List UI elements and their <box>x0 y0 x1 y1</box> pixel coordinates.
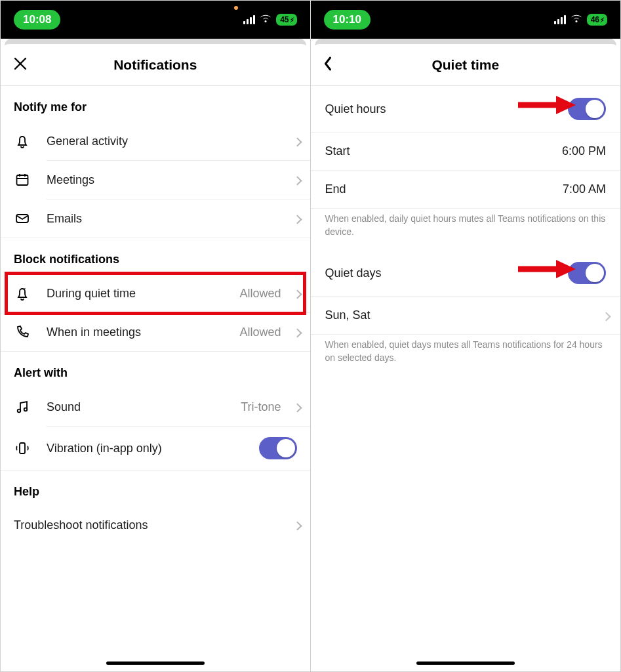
wifi-icon <box>570 14 583 26</box>
page-title: Quiet time <box>431 57 499 73</box>
row-label: End <box>325 182 346 196</box>
row-end-time[interactable]: End 7:00 AM <box>311 171 621 208</box>
chevron-left-icon <box>323 56 332 72</box>
svg-point-3 <box>18 410 21 413</box>
row-vibration[interactable]: Vibration (in-app only) <box>1 427 310 470</box>
status-right: 46⚡︎ <box>554 14 607 26</box>
back-button[interactable] <box>323 56 332 74</box>
row-label: Quiet hours <box>325 102 386 116</box>
quiet-days-toggle[interactable] <box>568 262 606 284</box>
cellular-icon <box>554 15 566 24</box>
vibration-icon <box>14 440 31 457</box>
phone-quiet-time: 10:10 46⚡︎ Quiet time Quiet hours <box>311 0 622 672</box>
row-quiet-days-picker[interactable]: Sun, Sat <box>311 297 621 334</box>
row-value: Tri-tone <box>241 400 281 414</box>
close-button[interactable] <box>12 56 28 74</box>
row-value: Allowed <box>239 326 281 339</box>
status-right: 45⚡︎ <box>243 14 296 26</box>
close-icon <box>12 56 28 72</box>
music-icon <box>14 398 31 415</box>
row-troubleshoot[interactable]: Troubleshoot notifications <box>1 507 310 543</box>
navbar: Notifications <box>1 44 310 86</box>
row-label: Emails <box>47 212 297 226</box>
section-header-alert: Alert with <box>1 352 310 388</box>
arrow-annotation-icon <box>517 258 576 280</box>
home-indicator <box>416 662 515 665</box>
row-quiet-hours[interactable]: Quiet hours <box>311 86 621 132</box>
section-header-notify: Notify me for <box>1 86 310 122</box>
row-label: Sun, Sat <box>325 308 371 322</box>
section-header-help: Help <box>1 471 310 507</box>
row-label: General activity <box>47 135 297 148</box>
row-label: During quiet time <box>47 287 239 301</box>
highlight-annotation: z During quiet time Allowed <box>1 274 310 312</box>
row-start-time[interactable]: Start 6:00 PM <box>311 133 621 170</box>
arrow-annotation-icon <box>517 94 576 116</box>
row-label: Meetings <box>47 173 297 187</box>
recording-indicator-icon <box>234 6 238 10</box>
svg-rect-5 <box>20 443 25 453</box>
phone-notifications: 10:08 45⚡︎ Notifications Notify <box>0 0 311 672</box>
row-label: Start <box>325 144 350 158</box>
row-value: Allowed <box>239 287 281 301</box>
quiet-bell-icon: z <box>14 285 31 302</box>
row-during-quiet-time[interactable]: z During quiet time Allowed <box>1 274 310 312</box>
svg-text:z: z <box>24 287 26 291</box>
vibration-toggle[interactable] <box>259 437 297 459</box>
row-general-activity[interactable]: General activity <box>1 122 310 160</box>
phone-icon <box>14 324 31 341</box>
cellular-icon <box>243 15 255 24</box>
row-sound[interactable]: Sound Tri-tone <box>1 388 310 426</box>
quiet-hours-footnote: When enabled, daily quiet hours mutes al… <box>311 209 621 250</box>
row-meetings[interactable]: Meetings <box>1 161 310 199</box>
navbar: Quiet time <box>311 44 621 86</box>
wifi-icon <box>259 14 272 26</box>
row-label: When in meetings <box>47 326 239 339</box>
status-time: 10:10 <box>324 10 371 30</box>
quiet-days-footnote: When enabled, quiet days mutes all Teams… <box>311 335 621 376</box>
mail-icon <box>14 210 31 227</box>
row-label: Vibration (in-app only) <box>47 442 259 455</box>
page-title: Notifications <box>113 57 197 73</box>
row-label: Sound <box>47 400 241 414</box>
status-time: 10:08 <box>14 10 60 30</box>
row-label: Troubleshoot notifications <box>14 518 297 532</box>
status-bar: 10:10 46⚡︎ <box>311 1 621 39</box>
quiet-time-sheet: Quiet time Quiet hours Start 6:00 PM End… <box>311 44 621 671</box>
row-emails[interactable]: Emails <box>1 200 310 238</box>
row-when-in-meetings[interactable]: When in meetings Allowed <box>1 313 310 351</box>
svg-rect-0 <box>17 175 28 185</box>
notifications-sheet: Notifications Notify me for General acti… <box>1 44 310 671</box>
bell-icon <box>14 133 31 150</box>
row-value: 6:00 PM <box>562 144 606 158</box>
battery-icon: 46⚡︎ <box>587 14 607 26</box>
row-label: Quiet days <box>325 266 382 280</box>
quiet-hours-toggle[interactable] <box>568 98 606 120</box>
status-bar: 10:08 45⚡︎ <box>1 1 310 39</box>
battery-icon: 45⚡︎ <box>276 14 296 26</box>
row-quiet-days[interactable]: Quiet days <box>311 250 621 296</box>
home-indicator <box>106 662 205 665</box>
section-header-block: Block notifications <box>1 238 310 274</box>
row-value: 7:00 AM <box>563 182 606 196</box>
svg-point-4 <box>24 408 28 411</box>
calendar-icon <box>14 171 31 188</box>
